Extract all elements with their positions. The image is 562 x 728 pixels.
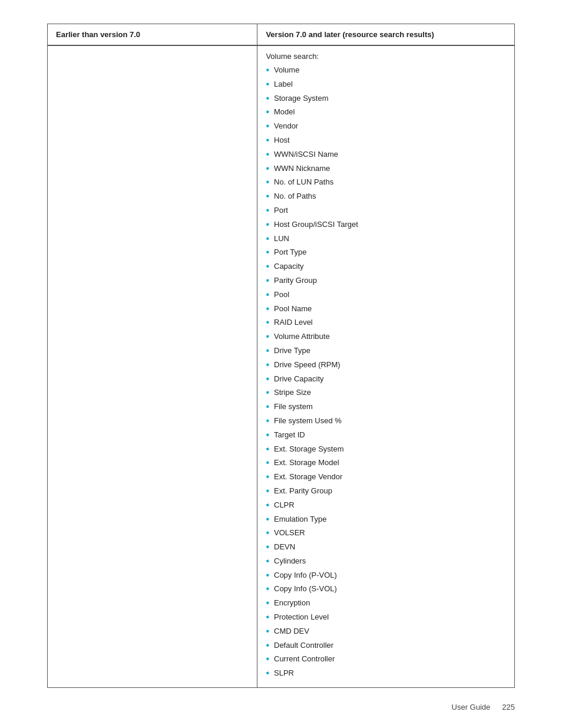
list-item-label: Drive Type bbox=[274, 345, 310, 357]
bullet-icon: • bbox=[266, 303, 269, 315]
list-item: •Port Type bbox=[266, 246, 506, 259]
bullet-icon: • bbox=[266, 359, 269, 371]
list-item: •RAID Level bbox=[266, 317, 506, 329]
list-item: •Cylinders bbox=[266, 555, 506, 568]
bullet-icon: • bbox=[266, 471, 269, 483]
list-item: •Volume bbox=[266, 64, 506, 77]
bullet-icon: • bbox=[266, 78, 269, 91]
list-item: •Copy Info (S-VOL) bbox=[266, 583, 506, 595]
bullet-icon: • bbox=[266, 457, 269, 469]
list-item-label: Copy Info (S-VOL) bbox=[274, 583, 337, 595]
bullet-icon: • bbox=[266, 289, 269, 301]
bullet-icon: • bbox=[266, 317, 269, 329]
list-item: •CMD DEV bbox=[266, 625, 506, 638]
bullet-icon: • bbox=[266, 106, 269, 118]
list-item-label: Drive Capacity bbox=[274, 373, 324, 385]
list-item-label: Default Controller bbox=[274, 640, 333, 651]
list-item: •Pool Name bbox=[266, 303, 506, 315]
list-item-label: Vendor bbox=[274, 120, 298, 132]
list-item-label: File system Used % bbox=[274, 415, 342, 427]
bullet-icon: • bbox=[266, 555, 269, 568]
bullet-icon: • bbox=[266, 541, 269, 554]
list-item-label: Pool Name bbox=[274, 303, 312, 315]
bullet-icon: • bbox=[266, 345, 269, 357]
bullet-icon: • bbox=[266, 513, 269, 526]
list-item: •Current Controller bbox=[266, 653, 506, 666]
bullet-icon: • bbox=[266, 640, 269, 652]
body-left-column bbox=[48, 46, 257, 687]
list-item-label: Ext. Storage System bbox=[274, 443, 344, 455]
list-item: •No. of LUN Paths bbox=[266, 176, 506, 189]
list-item: •Ext. Parity Group bbox=[266, 485, 506, 498]
bullet-icon: • bbox=[266, 134, 269, 147]
bullet-icon: • bbox=[266, 611, 269, 624]
list-item: •Port bbox=[266, 205, 506, 217]
items-list: •Volume•Label•Storage System•Model•Vendo… bbox=[266, 64, 506, 680]
bullet-icon: • bbox=[266, 64, 269, 77]
list-item-label: Target ID bbox=[274, 429, 305, 441]
list-item: •Copy Info (P-VOL) bbox=[266, 569, 506, 582]
list-item: •File system bbox=[266, 401, 506, 413]
bullet-icon: • bbox=[266, 120, 269, 133]
list-item-label: Emulation Type bbox=[274, 513, 326, 525]
list-item: •WWN Nickname bbox=[266, 163, 506, 175]
list-item: •Default Controller bbox=[266, 640, 506, 652]
list-item: •VOLSER bbox=[266, 527, 506, 539]
list-item-label: Drive Speed (RPM) bbox=[274, 359, 340, 371]
list-item-label: Ext. Parity Group bbox=[274, 485, 332, 497]
list-item: •Drive Speed (RPM) bbox=[266, 359, 506, 371]
list-item-label: WWN/iSCSI Name bbox=[274, 149, 338, 160]
list-item-label: Capacity bbox=[274, 261, 304, 272]
bullet-icon: • bbox=[266, 93, 269, 105]
page-container: Earlier than version 7.0 Version 7.0 and… bbox=[0, 0, 562, 728]
list-item-label: Current Controller bbox=[274, 653, 335, 665]
list-item-label: Volume bbox=[274, 64, 299, 76]
bullet-icon: • bbox=[266, 190, 269, 203]
bullet-icon: • bbox=[266, 653, 269, 666]
bullet-icon: • bbox=[266, 667, 269, 680]
list-item-label: Copy Info (P-VOL) bbox=[274, 569, 337, 581]
bullet-icon: • bbox=[266, 233, 269, 245]
list-item: •Parity Group bbox=[266, 275, 506, 287]
list-item-label: Volume Attribute bbox=[274, 331, 330, 342]
list-item: •Storage System bbox=[266, 93, 506, 105]
list-item: •SLPR bbox=[266, 667, 506, 680]
list-item-label: No. of LUN Paths bbox=[274, 176, 333, 188]
list-item: •Host bbox=[266, 134, 506, 147]
list-item: •CLPR bbox=[266, 499, 506, 512]
header-col-right: Version 7.0 and later (resource search r… bbox=[257, 24, 514, 45]
list-item-label: Protection Level bbox=[274, 611, 329, 623]
list-item-label: WWN Nickname bbox=[274, 163, 330, 174]
list-item-label: RAID Level bbox=[274, 317, 313, 328]
bullet-icon: • bbox=[266, 443, 269, 456]
bullet-icon: • bbox=[266, 331, 269, 343]
bullet-icon: • bbox=[266, 219, 269, 231]
bullet-icon: • bbox=[266, 261, 269, 273]
list-item-label: Parity Group bbox=[274, 275, 317, 286]
list-item-label: VOLSER bbox=[274, 527, 305, 539]
bullet-icon: • bbox=[266, 625, 269, 638]
list-item-label: Pool bbox=[274, 289, 289, 301]
list-item: •Capacity bbox=[266, 261, 506, 273]
section-title: Volume search: bbox=[266, 52, 506, 61]
bullet-icon: • bbox=[266, 149, 269, 161]
list-item-label: Port bbox=[274, 205, 288, 216]
bullet-icon: • bbox=[266, 401, 269, 413]
list-item: •WWN/iSCSI Name bbox=[266, 149, 506, 161]
list-item-label: Ext. Storage Vendor bbox=[274, 471, 342, 483]
list-item: •No. of Paths bbox=[266, 190, 506, 203]
list-item-label: Label bbox=[274, 78, 293, 90]
bullet-icon: • bbox=[266, 246, 269, 259]
list-item-label: SLPR bbox=[274, 667, 294, 679]
bullet-icon: • bbox=[266, 499, 269, 512]
table-header: Earlier than version 7.0 Version 7.0 and… bbox=[48, 24, 514, 46]
bullet-icon: • bbox=[266, 275, 269, 287]
list-item-label: Cylinders bbox=[274, 555, 306, 567]
bullet-icon: • bbox=[266, 163, 269, 175]
footer-page-number: 225 bbox=[502, 703, 515, 711]
header-right-label: Version 7.0 and later (resource search r… bbox=[266, 30, 434, 39]
list-item-label: No. of Paths bbox=[274, 190, 316, 202]
list-item-label: LUN bbox=[274, 233, 289, 245]
list-item: •Target ID bbox=[266, 429, 506, 442]
list-item: •Volume Attribute bbox=[266, 331, 506, 343]
